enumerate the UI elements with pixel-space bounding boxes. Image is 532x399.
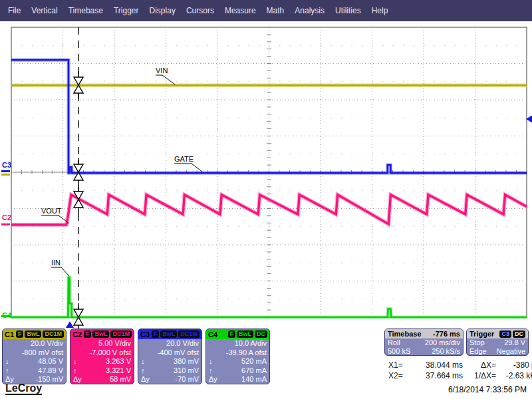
reading-value: 670 mA bbox=[241, 366, 267, 376]
timebase-row: Roll 200 ms/div bbox=[385, 338, 463, 347]
channel-box-c3[interactable]: C3FBwLDC1M20.0 V/div-400 mV ofst↓380 mV↑… bbox=[138, 329, 202, 384]
lecroy-logo: LeCroy bbox=[5, 382, 42, 395]
x1-label: X1= bbox=[388, 360, 412, 370]
channel-tag-f: F bbox=[152, 331, 160, 338]
channel-reading-row: 20.0 V/div bbox=[138, 339, 201, 348]
oscilloscope-screen: VINGATEVOUTIINC3C2C4 FileVerticalTimebas… bbox=[0, 0, 532, 399]
channel-reading-row: Δy58 mV bbox=[70, 375, 134, 384]
channel-tag-f: F bbox=[84, 331, 92, 338]
reading-value: -7.000 V ofst bbox=[90, 348, 131, 358]
svg-text:C2: C2 bbox=[2, 213, 11, 221]
reading-value: 10.0 A/div bbox=[235, 339, 267, 348]
channel-box-c4[interactable]: C4FBwLDC10.0 A/div-39.90 A ofst↓520 mA↑6… bbox=[205, 329, 270, 384]
reading-value: 5.00 V/div bbox=[98, 339, 131, 348]
channel-reading-row: Δy-70 mV bbox=[138, 375, 201, 384]
reading-value: 48.05 V bbox=[38, 357, 63, 366]
channel-tag-f: F bbox=[16, 331, 24, 338]
channel-zero-marker-c4[interactable]: C4 bbox=[1, 311, 12, 319]
trigger-box[interactable]: Trigger C3 DC Stop 29.8 V Edge Negative bbox=[466, 329, 529, 356]
svg-text:IIN: IIN bbox=[51, 259, 61, 267]
cursor-readout: X1= 38.044 ms ΔX= -380 µs X2= 37.664 ms … bbox=[388, 360, 532, 381]
trigger-level: 29.8 V bbox=[504, 338, 525, 347]
invdx-label: 1/ΔX= bbox=[463, 370, 496, 381]
channel-tag-dc: DC bbox=[255, 331, 267, 338]
timebase-row: 500 kS 250 kS/s bbox=[385, 347, 463, 356]
reading-value: 3.321 V bbox=[106, 366, 131, 376]
channel-header-c3: C3FBwLDC1M bbox=[138, 329, 201, 339]
reading-label: Δy bbox=[73, 375, 82, 384]
reading-label: ↑ bbox=[73, 366, 77, 376]
trigger-title: Trigger bbox=[469, 330, 494, 338]
channel-box-c1[interactable]: C1FBwLDC1M20.0 V/div-800 mV ofst↓48.05 V… bbox=[2, 329, 66, 384]
channel-reading-row: ↑3.321 V bbox=[70, 366, 134, 376]
trigger-row: Stop 29.8 V bbox=[467, 338, 528, 347]
reading-value: 58 mV bbox=[110, 375, 131, 384]
channel-tag-bwl: BwL bbox=[160, 331, 177, 338]
reading-value: 20.0 V/div bbox=[166, 339, 199, 348]
channel-reading-row: ↓48.05 V bbox=[3, 357, 66, 366]
timebase-header: Timebase -776 ms bbox=[385, 329, 463, 338]
channel-reading-row: -800 mV ofst bbox=[3, 348, 66, 358]
x1-value: 38.044 ms bbox=[412, 360, 463, 370]
channel-reading-row: ↑47.89 V bbox=[3, 366, 66, 376]
timestamp: 6/18/2014 7:33:56 PM bbox=[448, 385, 527, 394]
trigger-row: Edge Negative bbox=[467, 347, 528, 356]
timebase-scale: 200 ms/div bbox=[425, 338, 460, 347]
channel-tag-dc1m: DC1M bbox=[110, 331, 132, 338]
reading-value: -400 mV ofst bbox=[158, 348, 199, 358]
reading-value: -39.90 A ofst bbox=[226, 348, 267, 358]
timebase-rate: 250 kS/s bbox=[432, 347, 460, 356]
channel-tag-dc1m: DC1M bbox=[43, 331, 64, 338]
channel-reading-row: ↓3.263 V bbox=[70, 357, 134, 366]
channel-id-label: C4 bbox=[208, 331, 217, 338]
dx-value: -380 µs bbox=[496, 360, 532, 370]
timebase-samples: 500 kS bbox=[388, 347, 410, 356]
svg-text:GATE: GATE bbox=[174, 155, 194, 163]
channel-reading-row: ↑670 mA bbox=[206, 366, 269, 376]
invdx-value: -2.63 kHz bbox=[496, 370, 532, 381]
reading-label: ↑ bbox=[209, 366, 213, 376]
reading-value: 520 mA bbox=[241, 357, 267, 366]
cursor-readout-row2: X2= 37.664 ms 1/ΔX= -2.63 kHz bbox=[388, 370, 532, 381]
channel-zero-tick[interactable] bbox=[1, 174, 10, 176]
channel-box-c2[interactable]: C2FBwLDC1M5.00 V/div-7.000 V ofst↓3.263 … bbox=[70, 329, 134, 384]
reading-value: -800 mV ofst bbox=[22, 348, 63, 358]
trigger-mode: Stop bbox=[469, 338, 485, 347]
channel-reading-row: ↑310 mV bbox=[138, 366, 201, 376]
reading-label: ↑ bbox=[5, 366, 9, 376]
channel-reading-row: 20.0 V/div bbox=[3, 339, 66, 348]
channel-reading-row: ↓520 mA bbox=[206, 357, 269, 366]
trigger-slope: Negative bbox=[497, 347, 525, 356]
channel-zero-marker-c2[interactable]: C2 bbox=[1, 213, 11, 225]
svg-text:VOUT: VOUT bbox=[41, 207, 62, 215]
reading-value: 380 mV bbox=[174, 357, 199, 366]
x2-label: X2= bbox=[388, 370, 412, 381]
channel-header-c2: C2FBwLDC1M bbox=[70, 329, 134, 339]
trigger-source-tag: C3 bbox=[499, 331, 511, 338]
channel-tag-bwl: BwL bbox=[92, 331, 109, 338]
trigger-time-marker[interactable] bbox=[66, 321, 74, 328]
reading-label: ↓ bbox=[73, 357, 77, 366]
reading-label: Δy bbox=[209, 375, 217, 384]
channel-reading-row: ↓380 mV bbox=[138, 357, 201, 366]
channel-reading-row: -7.000 V ofst bbox=[70, 348, 134, 358]
channel-zero-marker-c3[interactable]: C3 bbox=[1, 161, 11, 172]
timebase-box[interactable]: Timebase -776 ms Roll 200 ms/div 500 kS … bbox=[384, 329, 464, 356]
reading-label: ↓ bbox=[209, 357, 213, 366]
reading-value: 47.89 V bbox=[38, 366, 63, 376]
reading-value: -70 mV bbox=[176, 375, 199, 384]
channel-reading-row: 10.0 A/div bbox=[206, 339, 269, 348]
dx-label: ΔX= bbox=[463, 360, 496, 370]
reading-label: ↓ bbox=[141, 357, 145, 366]
reading-value: 310 mV bbox=[174, 366, 199, 376]
trigger-header: Trigger C3 DC bbox=[467, 329, 528, 338]
reading-label: ↑ bbox=[141, 366, 145, 376]
svg-text:C3: C3 bbox=[2, 161, 11, 169]
channel-header-c1: C1FBwLDC1M bbox=[3, 329, 66, 339]
reading-label: Δy bbox=[141, 375, 150, 384]
timebase-title: Timebase bbox=[388, 330, 422, 338]
channel-tag-bwl: BwL bbox=[25, 331, 41, 338]
channel-id-label: C1 bbox=[5, 331, 14, 338]
channel-tag-f: F bbox=[228, 331, 236, 338]
reading-value: 20.0 V/div bbox=[31, 339, 63, 348]
